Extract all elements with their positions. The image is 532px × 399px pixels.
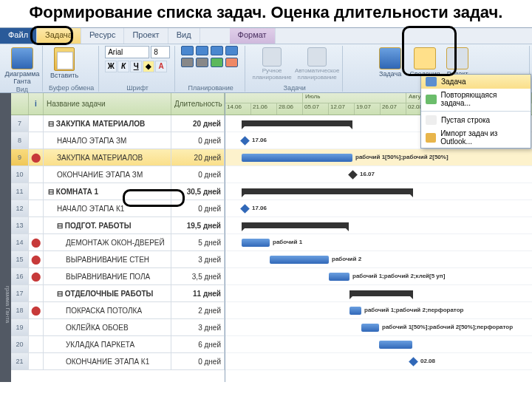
font-size-input[interactable] xyxy=(151,46,170,58)
info-button[interactable]: Сведения xyxy=(409,46,440,78)
milestone-icon[interactable] xyxy=(348,170,358,180)
tab-view[interactable]: Вид xyxy=(168,28,200,44)
task-bar[interactable] xyxy=(379,341,412,349)
task-name-cell[interactable]: ⊟ ЗАКУПКА МАТЕРИАЛОВ xyxy=(44,115,171,132)
table-row[interactable]: 13⊟ ПОДГОТ. РАБОТЫ19,5 дней xyxy=(11,217,225,234)
duration-cell[interactable]: 20 дней xyxy=(171,149,225,166)
bg-color-button[interactable]: ◆ xyxy=(143,61,154,72)
table-row[interactable]: 9⬤ЗАКУПКА МАТЕРИАЛОВ20 дней xyxy=(11,149,225,166)
tab-project[interactable]: Проект xyxy=(124,28,168,44)
milestone-icon[interactable] xyxy=(240,136,250,146)
tab-resource[interactable]: Ресурс xyxy=(81,28,124,44)
task-name-cell[interactable]: ОКОНЧАНИЕ ЭТАПА К1 xyxy=(44,353,171,369)
paste-button[interactable]: Вставить xyxy=(49,46,80,79)
table-row[interactable]: 12НАЧАЛО ЭТАПА К10 дней xyxy=(11,200,225,217)
row-number: 13 xyxy=(11,217,29,233)
summary-bar[interactable] xyxy=(349,290,413,296)
col-name[interactable]: Название задачи xyxy=(44,93,171,115)
table-row[interactable]: 16⬤ВЫРАВНИВАНИЕ ПОЛА3,5 дней xyxy=(11,268,225,285)
bar-label: рабочий 1[50%];рабочий 2[50%] xyxy=(355,154,449,160)
table-row[interactable]: 15⬤ВЫРАВНИВАНИЕ СТЕН3 дней xyxy=(11,251,225,268)
table-row[interactable]: 11⊟ КОМНАТА 130,5 дней xyxy=(11,183,225,200)
duration-cell[interactable]: 2 дней xyxy=(171,302,225,318)
duration-cell[interactable]: 19,5 дней xyxy=(171,217,225,233)
ms-project-window: Файл Задача Ресурс Проект Вид Формат Диа… xyxy=(0,27,532,382)
dd-import[interactable]: Импорт задач из Outlook... xyxy=(421,127,531,148)
task-bar[interactable] xyxy=(242,154,352,162)
duration-cell[interactable]: 5 дней xyxy=(171,234,225,250)
task-bar[interactable] xyxy=(349,307,361,315)
table-row[interactable]: 18⬤ПОКРАСКА ПОТОЛКА2 дней xyxy=(11,302,225,319)
table-row[interactable]: 14⬤ДЕМОНТАЖ ОКОН-ДВЕРЕЙ5 дней xyxy=(11,234,225,251)
auto-schedule-button[interactable]: Автоматическое планирование xyxy=(296,46,338,81)
milestone-icon[interactable] xyxy=(240,204,250,214)
manual-schedule-button[interactable]: Ручное планирование xyxy=(251,46,293,81)
font-name-input[interactable] xyxy=(105,46,149,58)
bar-label: 17.06 xyxy=(252,205,267,211)
row-info-icon: ⬤ xyxy=(29,251,44,267)
row-number: 18 xyxy=(11,302,29,318)
duration-cell[interactable]: 30,5 дней xyxy=(171,183,225,200)
task-name-cell[interactable]: ⊟ ПОДГОТ. РАБОТЫ xyxy=(44,217,171,233)
table-row[interactable]: 19ОКЛЕЙКА ОБОЕВ3 дней xyxy=(11,319,225,336)
bar-label: 02.08 xyxy=(420,358,435,364)
dd-recurring[interactable]: Повторяющаяся задача... xyxy=(421,89,531,109)
duration-cell[interactable]: 0 дней xyxy=(171,166,225,183)
col-duration[interactable]: Длительность xyxy=(171,93,225,115)
table-row[interactable]: 8НАЧАЛО ЭТАПА ЗМ0 дней xyxy=(11,132,225,149)
task-bar[interactable] xyxy=(270,256,329,264)
table-row[interactable]: 10ОКОНЧАНИЕ ЭТАПА ЗМ0 дней xyxy=(11,166,225,183)
underline-button[interactable]: Ч xyxy=(130,61,142,72)
tab-format[interactable]: Формат xyxy=(230,28,276,44)
task-name-cell[interactable]: ⊟ ОТДЕЛОЧНЫЕ РАБОТЫ xyxy=(44,285,171,301)
task-bar[interactable] xyxy=(242,239,270,247)
col-info[interactable]: i xyxy=(29,93,44,115)
table-row[interactable]: 7⊟ ЗАКУПКА МАТЕРИАЛОВ20 дней xyxy=(11,115,225,132)
duration-cell[interactable]: 3 дней xyxy=(171,319,225,335)
row-number: 16 xyxy=(11,268,29,284)
task-name-cell[interactable]: ВЫРАВНИВАНИЕ СТЕН xyxy=(44,251,171,267)
task-name-cell[interactable]: ОКОНЧАНИЕ ЭТАПА ЗМ xyxy=(44,166,171,183)
table-row[interactable]: 21ОКОНЧАНИЕ ЭТАПА К10 дней xyxy=(11,353,225,370)
task-name-cell[interactable]: УКЛАДКА ПАРКЕТА xyxy=(44,336,171,352)
duration-cell[interactable]: 0 дней xyxy=(171,353,225,369)
task-name-cell[interactable]: НАЧАЛО ЭТАПА К1 xyxy=(44,200,171,216)
duration-cell[interactable]: 3 дней xyxy=(171,251,225,267)
italic-button[interactable]: К xyxy=(117,61,129,72)
duration-cell[interactable]: 20 дней xyxy=(171,115,225,132)
insert-task-button[interactable]: Задача xyxy=(375,46,406,78)
schedule-buttons[interactable] xyxy=(181,46,240,67)
task-name-cell[interactable]: ДЕМОНТАЖ ОКОН-ДВЕРЕЙ xyxy=(44,234,171,250)
dd-task[interactable]: Задача xyxy=(421,75,531,89)
bold-button[interactable]: Ж xyxy=(105,61,117,72)
summary-bar[interactable] xyxy=(242,120,352,126)
duration-cell[interactable]: 6 дней xyxy=(171,336,225,352)
task-name-cell[interactable]: ВЫРАВНИВАНИЕ ПОЛА xyxy=(44,268,171,284)
edit-button[interactable]: Редакт xyxy=(444,46,471,78)
task-name-cell[interactable]: НАЧАЛО ЭТАПА ЗМ xyxy=(44,132,171,149)
duration-cell[interactable]: 0 дней xyxy=(171,132,225,149)
task-bar[interactable] xyxy=(361,324,379,332)
task-name-cell[interactable]: ЗАКУПКА МАТЕРИАЛОВ xyxy=(44,149,171,166)
row-info-icon: ⬤ xyxy=(29,268,44,284)
group-view: Вид xyxy=(7,85,38,93)
table-row[interactable]: 17⊟ ОТДЕЛОЧНЫЕ РАБОТЫ11 дней xyxy=(11,285,225,302)
gantt-chart-button[interactable]: Диаграмма Ганта xyxy=(7,46,38,85)
duration-cell[interactable]: 3,5 дней xyxy=(171,268,225,284)
tab-task[interactable]: Задача xyxy=(37,28,81,44)
table-row[interactable]: 20УКЛАДКА ПАРКЕТА6 дней xyxy=(11,336,225,353)
task-name-cell[interactable]: ПОКРАСКА ПОТОЛКА xyxy=(44,302,171,318)
task-name-cell[interactable]: ⊟ КОМНАТА 1 xyxy=(44,183,171,200)
gantt-row: 02.08 xyxy=(225,353,532,370)
tab-file[interactable]: Файл xyxy=(0,28,37,44)
row-info-icon xyxy=(29,200,44,216)
summary-bar[interactable] xyxy=(242,222,349,228)
duration-cell[interactable]: 11 дней xyxy=(171,285,225,301)
duration-cell[interactable]: 0 дней xyxy=(171,200,225,216)
font-color-button[interactable]: A xyxy=(155,61,167,72)
task-name-cell[interactable]: ОКЛЕЙКА ОБОЕВ xyxy=(44,319,171,335)
task-bar[interactable] xyxy=(329,273,349,281)
milestone-icon[interactable] xyxy=(409,357,418,366)
summary-bar[interactable] xyxy=(242,188,413,194)
dd-blank[interactable]: Пустая строка xyxy=(421,113,531,127)
